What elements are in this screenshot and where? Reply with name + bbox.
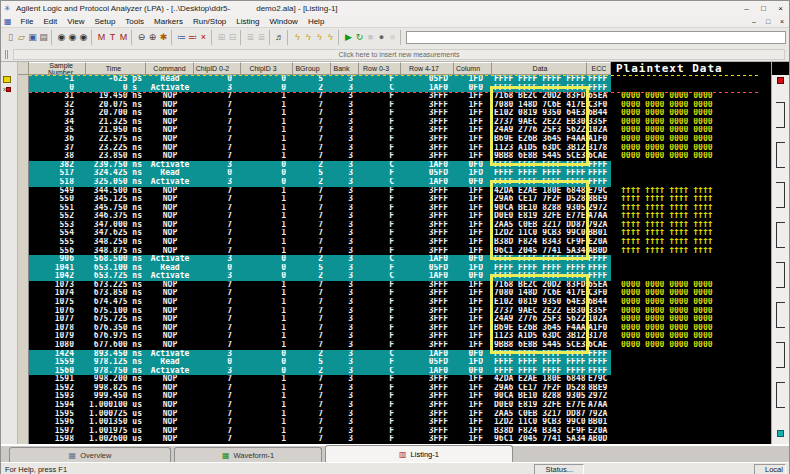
table-row[interactable]: 3723.225 nsNOP7173F3FFF1FF1123 A1D5 63DC… [29, 144, 758, 153]
table-row[interactable]: 15981.002600 usNOP7173F3FFF1FF96C1 2045 … [29, 435, 758, 444]
column-header-row-0-3[interactable]: Row 0-3 [359, 62, 401, 75]
print-icon[interactable]: ▤ [38, 30, 49, 45]
table-row[interactable]: 3421.325 nsNOP7173F3FFF1FF2737 9AEC 2E22… [29, 118, 758, 127]
column-header-bank[interactable]: Bank [331, 62, 359, 75]
menu-listing[interactable]: Listing [231, 17, 264, 26]
table-row[interactable]: 1073673.225 nsNOP7173F3FFF1FF7168 BE2C 2… [29, 281, 758, 290]
table-row[interactable]: 1079676.975 nsNOP7173F3FFF1FF1123 A1D5 6… [29, 332, 758, 341]
new-file-icon[interactable]: ▯ [5, 30, 16, 45]
table-row[interactable]: 3220.075 nsNOP7173F3FFF1FF7080 148D 7C6E… [29, 101, 758, 110]
table-row[interactable]: 554347.625 nsNOP7173F3FFF1FF12D2 11C0 9C… [29, 229, 758, 238]
table-row[interactable]: 550345.125 nsNOP7173F3FFF1FF29A6 CE17 7F… [29, 195, 758, 204]
menu-runstop[interactable]: Run/Stop [188, 17, 231, 26]
table-row[interactable]: 549344.500 nsNOP7173F3FFF1FF42DA E2AE 18… [29, 187, 758, 196]
table-row[interactable]: 553347.000 nsNOP7173F3FFF1FF2AA5 C0EB 32… [29, 221, 758, 230]
table-row[interactable]: 1077675.725 nsNOP7173F3FFF1FF24A9 2776 2… [29, 315, 758, 324]
find-next-icon[interactable]: ◉ [67, 30, 78, 45]
maximize-icon[interactable]: □ [755, 2, 772, 15]
goto-trigger-icon[interactable]: T [107, 30, 118, 45]
table-row[interactable]: 15941.000100 usNOP7173F3FFF1FFD0E0 E819 … [29, 401, 758, 410]
menu-edit[interactable]: Edit [38, 17, 62, 26]
goto-end-marker-icon[interactable]: M [118, 30, 129, 45]
table-row[interactable]: 551345.750 nsNOP7173F3FFF1FF90CA BE10 82… [29, 204, 758, 213]
table-row[interactable]: 1075674.475 nsNOP7173F3FFF1FFE102 0819 9… [29, 298, 758, 307]
table-row[interactable]: 1042653.725 nsActivate3023C1AF00F0FFFF F… [29, 272, 758, 281]
table-row[interactable]: 15951.000725 usNOP7173F3FFF1FF2AA5 C0EB … [29, 410, 758, 419]
menu-markers[interactable]: Markers [149, 17, 188, 26]
table-row[interactable]: 1424893.450 nsActivate3023C1AF00F0FFFF F… [29, 350, 758, 359]
column-header-column[interactable]: Column [454, 62, 492, 75]
table-row[interactable]: 1592998.825 nsNOP7173F3FFF1FF29A6 CE17 7… [29, 384, 758, 393]
vertical-scrollbar[interactable] [771, 62, 789, 444]
tab-waveform-1[interactable]: ▦Waveform-1 [174, 447, 322, 462]
table-row[interactable]: 1560978.750 nsActivate3023C1AF00F0FFFF F… [29, 367, 758, 376]
table-row[interactable]: 1041653.100 nsRead0053F05FD1FDFFFF FFFF … [29, 264, 758, 273]
table-row[interactable]: 1076675.100 nsNOP7173F3FFF1FF2737 9AEC 2… [29, 307, 758, 316]
table-row[interactable]: 555348.250 nsNOP7173F3FFF1FFB38D F824 B3… [29, 238, 758, 247]
child-restore-icon[interactable]: □ [761, 18, 775, 25]
column-header-chipid-3[interactable]: ChipID 3 [241, 62, 293, 75]
insert-measurement-target[interactable]: Click here to insert new measurements [13, 49, 785, 60]
menu-setup[interactable]: Setup [89, 17, 120, 26]
sound-icon[interactable]: ♬ [274, 30, 285, 45]
delete-all-icon[interactable]: × [198, 30, 209, 45]
column-header-sample-number[interactable]: Sample Number [29, 62, 86, 75]
quick-trigger-3-icon[interactable]: ϟ [314, 30, 325, 45]
menu-help[interactable]: Help [303, 17, 329, 26]
status-button[interactable]: Status... [534, 464, 584, 474]
column-header-time[interactable]: Time [86, 62, 146, 75]
table-row[interactable]: 382239.750 nsActivate3023C1AF00F0FFFF FF… [29, 161, 758, 170]
goto-begin-marker-icon[interactable]: M [96, 30, 107, 45]
column-header-bgroup[interactable]: BGroup [293, 62, 331, 75]
column-header-row-4-17[interactable]: Row 4-17 [401, 62, 454, 75]
table-row[interactable]: 552346.375 nsNOP7173F3FFF1FFD0E0 E819 32… [29, 212, 758, 221]
table-row[interactable]: 3119.450 nsNOP7173F3FFF1FF7168 BE2C 20D2… [29, 92, 758, 101]
table-row[interactable]: 3320.700 nsNOP7173F3FFF1FFE102 0819 9350… [29, 109, 758, 118]
trigger-marker-icon[interactable]: x [3, 86, 11, 93]
minimize-icon[interactable]: – [738, 2, 755, 15]
child-minimize-icon[interactable]: – [747, 18, 761, 25]
table-row[interactable]: 3823.850 nsNOP7173F3FFF1FF9BB8 6E8B 5445… [29, 152, 758, 161]
table-row[interactable]: 15961.001350 usNOP7173F3FFF1FF12D2 11C0 … [29, 418, 758, 427]
table-row[interactable]: 1080677.600 nsNOP7173F3FFF1FF9BB8 6E8B 5… [29, 341, 758, 350]
quick-trigger-1-icon[interactable]: ϟ [292, 30, 303, 45]
open-folder-icon[interactable]: ▱ [16, 30, 27, 45]
table-row[interactable]: 3521.950 nsNOP7173F3FFF1FF24A9 2776 25F3… [29, 126, 758, 135]
close-icon[interactable]: × [772, 2, 789, 15]
column-header-data[interactable]: Data [492, 62, 587, 75]
table-row[interactable]: 518325.050 nsActivate3023C1AF00F0FFFF FF… [29, 178, 758, 187]
table-row[interactable]: 517324.425 nsRead0053F05FD1FDFFFF FFFF F… [29, 169, 758, 178]
table-row[interactable]: 906568.500 nsActivate3023C1AF00F0FFFF FF… [29, 255, 758, 264]
table-row[interactable]: 1074673.850 nsNOP7173F3FFF1FF7080 148D 7… [29, 289, 758, 298]
plaintext-data-header[interactable]: Plaintext Data [611, 62, 758, 75]
begin-marker-icon[interactable] [3, 76, 11, 83]
table-row[interactable]: 1559978.125 nsRead0053F05FD1FDFFFF FFFF … [29, 358, 758, 367]
column-header-ecc[interactable]: ECC [587, 62, 611, 75]
quick-trigger-4-icon[interactable]: ϟ [325, 30, 336, 45]
table-row[interactable]: 556348.875 nsNOP7173F3FFF1FF96C1 2045 77… [29, 247, 758, 256]
menu-file[interactable]: File [16, 17, 39, 26]
quick-trigger-2-icon[interactable]: ϟ [303, 30, 314, 45]
drag-grip-icon[interactable] [5, 50, 8, 59]
run-repetitive-icon[interactable]: ↻ [354, 30, 365, 45]
zoom-fit-icon[interactable]: ✱ [158, 30, 169, 45]
table-row[interactable]: 1591998.200 nsNOP7173F3FFF1FF42DA E2AE 1… [29, 375, 758, 384]
table-row[interactable]: 1078676.350 nsNOP7173F3FFF1FFB69E E26B 3… [29, 324, 758, 333]
tab-listing-1[interactable]: ▥Listing-1 [325, 445, 513, 462]
record-icon[interactable]: ● [376, 30, 387, 45]
menu-tools[interactable]: Tools [120, 17, 149, 26]
insert-column-icon[interactable]: ≔ [176, 30, 187, 45]
child-close-icon[interactable]: × [775, 18, 789, 25]
menu-view[interactable]: View [62, 17, 89, 26]
zoom-out-icon[interactable]: ⊖ [136, 30, 147, 45]
remove-column-icon[interactable]: ≕ [187, 30, 198, 45]
menu-window[interactable]: Window [264, 17, 302, 26]
scrollbar-trigger-marker-icon[interactable] [777, 77, 784, 84]
find-previous-icon[interactable]: ◉ [78, 30, 89, 45]
column-header-chipid-0-2[interactable]: ChipID 0-2 [194, 62, 241, 75]
zoom-in-icon[interactable]: ⊕ [147, 30, 158, 45]
table-row[interactable]: 3622.575 nsNOP7173F3FFF1FFB69E E26B 3645… [29, 135, 758, 144]
column-header-command[interactable]: Command [146, 62, 194, 75]
table-row[interactable]: 00 s Activate3023C1AF00F0FFFF FFFF FFFF … [29, 84, 758, 93]
table-row[interactable]: 1593999.450 nsNOP7173F3FFF1FF90CA BE10 8… [29, 392, 758, 401]
